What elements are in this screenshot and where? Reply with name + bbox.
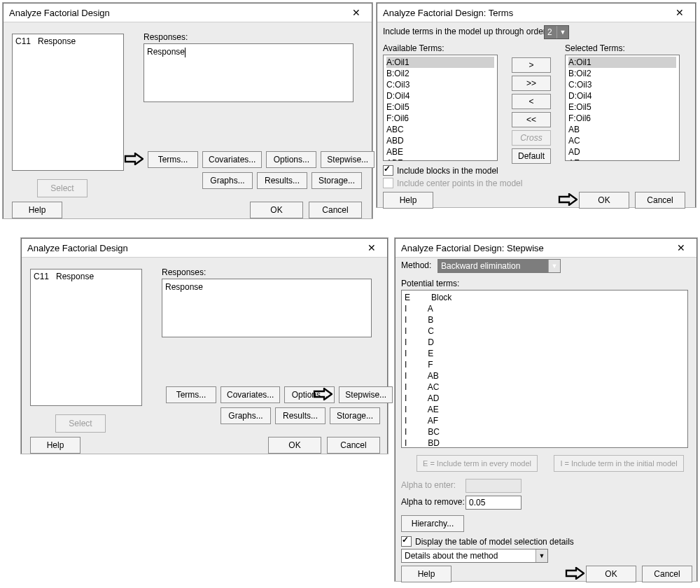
move-all-right-button[interactable]: >> — [512, 76, 551, 91]
list-item[interactable]: C:Oil3 — [386, 79, 494, 90]
list-item[interactable]: F:Oil6 — [386, 113, 494, 124]
list-item[interactable]: A:Oil1 — [386, 57, 494, 68]
list-item[interactable]: E:Oil5 — [386, 102, 494, 113]
titlebar: Analyze Factorial Design ✕ — [22, 239, 387, 258]
list-item[interactable]: I AD — [405, 393, 685, 404]
terms-button[interactable]: Terms... — [166, 386, 216, 403]
list-item[interactable]: A:Oil1 — [568, 57, 676, 68]
list-item[interactable]: E:Oil5 — [568, 102, 676, 113]
list-item[interactable]: I E — [405, 348, 685, 359]
help-button[interactable]: Help — [12, 202, 62, 218]
help-button[interactable]: Help — [383, 192, 433, 209]
stepwise-button[interactable]: Stepwise... — [321, 151, 374, 168]
list-item[interactable]: I B — [405, 314, 685, 326]
help-button[interactable]: Help — [30, 437, 80, 454]
variable-list[interactable]: C11 Response — [12, 34, 124, 171]
move-left-button[interactable]: < — [512, 94, 551, 109]
move-all-left-button[interactable]: << — [512, 112, 551, 127]
options-button[interactable]: Options... — [266, 151, 316, 168]
close-icon[interactable]: ✕ — [344, 6, 369, 20]
titlebar: Analyze Factorial Design: Terms ✕ — [377, 4, 695, 22]
move-right-button[interactable]: > — [512, 57, 551, 73]
list-item[interactable]: I A — [405, 303, 685, 314]
available-terms-list[interactable]: A:Oil1B:Oil2C:Oil3D:Oil4E:Oil5F:Oil6ABCA… — [383, 55, 498, 161]
cross-button[interactable]: Cross — [512, 130, 551, 146]
titlebar: Analyze Factorial Design: Stepwise ✕ — [396, 239, 696, 258]
list-item[interactable]: AE — [568, 158, 676, 161]
include-order-label: Include terms in the model up through or… — [383, 27, 548, 36]
analyze-factorial-dialog-2: Analyze Factorial Design ✕ C11 Response … — [21, 238, 388, 454]
ok-button[interactable]: OK — [579, 192, 629, 209]
title: Analyze Factorial Design — [27, 243, 128, 253]
list-item[interactable]: I AC — [405, 382, 685, 393]
hierarchy-button[interactable]: Hierarchy... — [401, 515, 464, 532]
help-button[interactable]: Help — [401, 566, 451, 582]
graphs-button[interactable]: Graphs... — [220, 407, 271, 424]
alpha-enter-label: Alpha to enter: — [401, 480, 456, 490]
select-button[interactable]: Select — [55, 414, 106, 433]
list-item[interactable]: ABE — [386, 146, 494, 158]
default-button[interactable]: Default — [512, 148, 551, 164]
results-button[interactable]: Results... — [275, 407, 326, 424]
list-item[interactable]: I AE — [405, 404, 685, 415]
stepwise-dialog: Analyze Factorial Design: Stepwise ✕ Met… — [395, 238, 697, 581]
ok-button[interactable]: OK — [586, 566, 636, 582]
storage-button[interactable]: Storage... — [330, 407, 380, 424]
details-dropdown[interactable]: Details about the method▼ — [401, 549, 548, 563]
ok-button[interactable]: OK — [250, 202, 303, 218]
responses-textarea[interactable]: Response — [144, 43, 354, 102]
list-item[interactable]: AD — [568, 146, 676, 158]
stepwise-button[interactable]: Stepwise... — [339, 386, 393, 403]
storage-button[interactable]: Storage... — [312, 172, 362, 189]
select-button[interactable]: Select — [37, 179, 88, 197]
list-item[interactable]: C:Oil3 — [568, 79, 676, 90]
close-icon[interactable]: ✕ — [667, 6, 692, 20]
alpha-remove-field[interactable]: 0.05 — [465, 496, 522, 510]
include-blocks-checkbox[interactable] — [383, 165, 393, 176]
list-item[interactable]: D:Oil4 — [568, 90, 676, 102]
close-icon[interactable]: ✕ — [668, 241, 694, 255]
selected-terms-list[interactable]: A:Oil1B:Oil2C:Oil3D:Oil4E:Oil5F:Oil6ABAC… — [565, 55, 680, 161]
title: Analyze Factorial Design: Terms — [383, 8, 513, 18]
ok-button[interactable]: OK — [268, 437, 321, 454]
cancel-button[interactable]: Cancel — [327, 437, 380, 454]
options-button[interactable]: Options... — [284, 386, 335, 403]
list-item[interactable]: AC — [568, 135, 676, 146]
list-item[interactable]: B:Oil2 — [568, 68, 676, 79]
list-item[interactable]: D:Oil4 — [386, 90, 494, 102]
responses-textarea[interactable]: Response — [162, 279, 372, 337]
list-item[interactable]: I C — [405, 326, 685, 337]
list-item[interactable]: I AB — [405, 370, 685, 382]
method-dropdown[interactable]: Backward elimination▼ — [438, 259, 561, 273]
list-item[interactable]: I BD — [405, 438, 685, 448]
covariates-button[interactable]: Covariates... — [220, 386, 280, 403]
list-item[interactable]: I D — [405, 337, 685, 348]
list-item[interactable]: I F — [405, 359, 685, 370]
potential-terms-list[interactable]: E BlockI AI BI CI DI EI FI ABI ACI ADI A… — [401, 290, 688, 448]
list-item[interactable]: I AF — [405, 415, 685, 426]
cancel-button[interactable]: Cancel — [642, 566, 692, 582]
available-label: Available Terms: — [383, 43, 444, 53]
list-item[interactable]: ABC — [386, 124, 494, 135]
e-legend-button: E = Include term in every model — [416, 455, 538, 472]
covariates-button[interactable]: Covariates... — [202, 151, 262, 168]
list-item[interactable]: I BC — [405, 426, 685, 438]
include-center-checkbox — [383, 178, 393, 188]
variable-list[interactable]: C11 Response — [30, 269, 142, 406]
order-dropdown[interactable]: 2▼ — [544, 25, 569, 39]
cancel-button[interactable]: Cancel — [309, 202, 362, 218]
text-cursor — [185, 48, 186, 57]
graphs-button[interactable]: Graphs... — [202, 172, 253, 189]
list-item[interactable]: ABF — [386, 158, 494, 161]
list-item[interactable]: ABD — [386, 135, 494, 146]
cancel-button[interactable]: Cancel — [635, 192, 685, 209]
list-item[interactable]: F:Oil6 — [568, 113, 676, 124]
list-item[interactable]: B:Oil2 — [386, 68, 494, 79]
terms-button[interactable]: Terms... — [148, 151, 198, 168]
display-table-checkbox[interactable] — [401, 536, 412, 547]
close-icon[interactable]: ✕ — [359, 241, 384, 255]
list-item[interactable]: AB — [568, 124, 676, 135]
list-item[interactable]: E Block — [405, 292, 685, 303]
title: Analyze Factorial Design — [9, 8, 110, 18]
results-button[interactable]: Results... — [257, 172, 307, 189]
